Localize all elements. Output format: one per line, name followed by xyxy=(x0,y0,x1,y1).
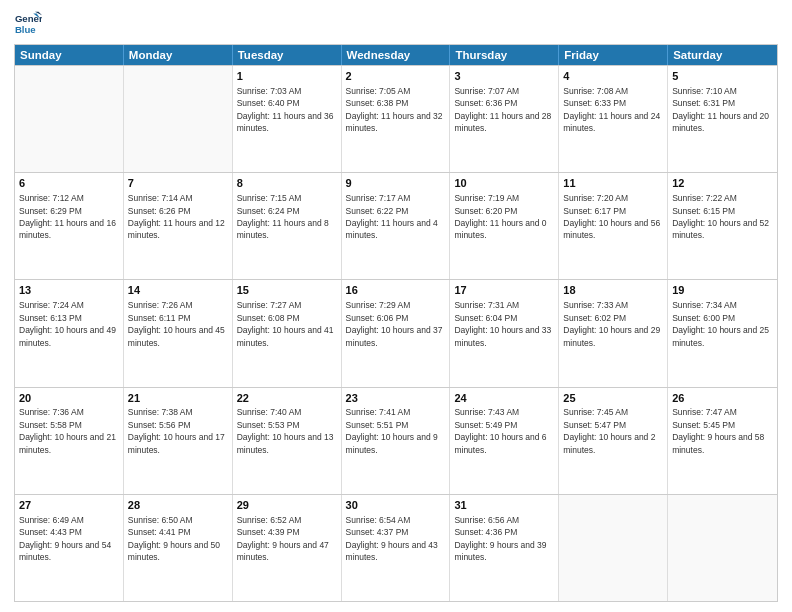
day-number: 16 xyxy=(346,283,446,298)
day-number: 22 xyxy=(237,391,337,406)
page: General Blue SundayMondayTuesdayWednesda… xyxy=(0,0,792,612)
calendar-cell: 10Sunrise: 7:19 AM Sunset: 6:20 PM Dayli… xyxy=(450,173,559,279)
day-number: 18 xyxy=(563,283,663,298)
day-number: 6 xyxy=(19,176,119,191)
calendar-week-row: 6Sunrise: 7:12 AM Sunset: 6:29 PM Daylig… xyxy=(15,172,777,279)
day-info: Sunrise: 7:34 AM Sunset: 6:00 PM Dayligh… xyxy=(672,300,769,347)
calendar-cell: 21Sunrise: 7:38 AM Sunset: 5:56 PM Dayli… xyxy=(124,388,233,494)
day-number: 24 xyxy=(454,391,554,406)
day-info: Sunrise: 6:54 AM Sunset: 4:37 PM Dayligh… xyxy=(346,515,438,562)
calendar-cell: 18Sunrise: 7:33 AM Sunset: 6:02 PM Dayli… xyxy=(559,280,668,386)
day-info: Sunrise: 7:07 AM Sunset: 6:36 PM Dayligh… xyxy=(454,86,551,133)
day-number: 27 xyxy=(19,498,119,513)
calendar-cell: 2Sunrise: 7:05 AM Sunset: 6:38 PM Daylig… xyxy=(342,66,451,172)
calendar-week-row: 27Sunrise: 6:49 AM Sunset: 4:43 PM Dayli… xyxy=(15,494,777,601)
calendar-cell: 12Sunrise: 7:22 AM Sunset: 6:15 PM Dayli… xyxy=(668,173,777,279)
calendar-week-row: 1Sunrise: 7:03 AM Sunset: 6:40 PM Daylig… xyxy=(15,65,777,172)
day-number: 26 xyxy=(672,391,773,406)
calendar-header-cell: Thursday xyxy=(450,45,559,65)
calendar-cell: 16Sunrise: 7:29 AM Sunset: 6:06 PM Dayli… xyxy=(342,280,451,386)
calendar-cell: 9Sunrise: 7:17 AM Sunset: 6:22 PM Daylig… xyxy=(342,173,451,279)
day-info: Sunrise: 7:41 AM Sunset: 5:51 PM Dayligh… xyxy=(346,407,438,454)
svg-text:General: General xyxy=(15,13,42,24)
header: General Blue xyxy=(14,10,778,38)
day-info: Sunrise: 7:45 AM Sunset: 5:47 PM Dayligh… xyxy=(563,407,655,454)
calendar-cell: 13Sunrise: 7:24 AM Sunset: 6:13 PM Dayli… xyxy=(15,280,124,386)
day-info: Sunrise: 7:33 AM Sunset: 6:02 PM Dayligh… xyxy=(563,300,660,347)
day-number: 1 xyxy=(237,69,337,84)
logo: General Blue xyxy=(14,10,42,38)
calendar-week-row: 20Sunrise: 7:36 AM Sunset: 5:58 PM Dayli… xyxy=(15,387,777,494)
calendar-cell: 28Sunrise: 6:50 AM Sunset: 4:41 PM Dayli… xyxy=(124,495,233,601)
day-number: 8 xyxy=(237,176,337,191)
day-number: 11 xyxy=(563,176,663,191)
calendar-cell: 23Sunrise: 7:41 AM Sunset: 5:51 PM Dayli… xyxy=(342,388,451,494)
calendar-header-cell: Saturday xyxy=(668,45,777,65)
calendar-cell: 17Sunrise: 7:31 AM Sunset: 6:04 PM Dayli… xyxy=(450,280,559,386)
calendar-header-row: SundayMondayTuesdayWednesdayThursdayFrid… xyxy=(15,45,777,65)
calendar-cell xyxy=(559,495,668,601)
day-info: Sunrise: 7:47 AM Sunset: 5:45 PM Dayligh… xyxy=(672,407,764,454)
day-info: Sunrise: 7:17 AM Sunset: 6:22 PM Dayligh… xyxy=(346,193,438,240)
day-info: Sunrise: 6:56 AM Sunset: 4:36 PM Dayligh… xyxy=(454,515,546,562)
calendar-cell: 4Sunrise: 7:08 AM Sunset: 6:33 PM Daylig… xyxy=(559,66,668,172)
calendar-cell xyxy=(15,66,124,172)
day-info: Sunrise: 7:31 AM Sunset: 6:04 PM Dayligh… xyxy=(454,300,551,347)
day-number: 15 xyxy=(237,283,337,298)
day-info: Sunrise: 7:19 AM Sunset: 6:20 PM Dayligh… xyxy=(454,193,546,240)
day-info: Sunrise: 7:08 AM Sunset: 6:33 PM Dayligh… xyxy=(563,86,660,133)
day-number: 17 xyxy=(454,283,554,298)
calendar-cell: 3Sunrise: 7:07 AM Sunset: 6:36 PM Daylig… xyxy=(450,66,559,172)
day-info: Sunrise: 7:26 AM Sunset: 6:11 PM Dayligh… xyxy=(128,300,225,347)
day-number: 23 xyxy=(346,391,446,406)
day-number: 12 xyxy=(672,176,773,191)
day-number: 28 xyxy=(128,498,228,513)
calendar-cell: 29Sunrise: 6:52 AM Sunset: 4:39 PM Dayli… xyxy=(233,495,342,601)
day-info: Sunrise: 7:05 AM Sunset: 6:38 PM Dayligh… xyxy=(346,86,443,133)
day-number: 10 xyxy=(454,176,554,191)
calendar-cell: 11Sunrise: 7:20 AM Sunset: 6:17 PM Dayli… xyxy=(559,173,668,279)
day-info: Sunrise: 7:20 AM Sunset: 6:17 PM Dayligh… xyxy=(563,193,660,240)
day-info: Sunrise: 6:49 AM Sunset: 4:43 PM Dayligh… xyxy=(19,515,111,562)
day-info: Sunrise: 7:40 AM Sunset: 5:53 PM Dayligh… xyxy=(237,407,334,454)
day-number: 4 xyxy=(563,69,663,84)
calendar-cell: 19Sunrise: 7:34 AM Sunset: 6:00 PM Dayli… xyxy=(668,280,777,386)
calendar-cell xyxy=(124,66,233,172)
calendar-cell: 15Sunrise: 7:27 AM Sunset: 6:08 PM Dayli… xyxy=(233,280,342,386)
day-info: Sunrise: 6:50 AM Sunset: 4:41 PM Dayligh… xyxy=(128,515,220,562)
day-info: Sunrise: 7:10 AM Sunset: 6:31 PM Dayligh… xyxy=(672,86,769,133)
day-number: 7 xyxy=(128,176,228,191)
day-info: Sunrise: 7:22 AM Sunset: 6:15 PM Dayligh… xyxy=(672,193,769,240)
day-info: Sunrise: 7:03 AM Sunset: 6:40 PM Dayligh… xyxy=(237,86,334,133)
calendar-cell: 30Sunrise: 6:54 AM Sunset: 4:37 PM Dayli… xyxy=(342,495,451,601)
day-info: Sunrise: 7:27 AM Sunset: 6:08 PM Dayligh… xyxy=(237,300,334,347)
day-number: 13 xyxy=(19,283,119,298)
calendar-header-cell: Friday xyxy=(559,45,668,65)
calendar-cell: 31Sunrise: 6:56 AM Sunset: 4:36 PM Dayli… xyxy=(450,495,559,601)
day-number: 25 xyxy=(563,391,663,406)
calendar-cell: 6Sunrise: 7:12 AM Sunset: 6:29 PM Daylig… xyxy=(15,173,124,279)
day-number: 30 xyxy=(346,498,446,513)
calendar-cell: 22Sunrise: 7:40 AM Sunset: 5:53 PM Dayli… xyxy=(233,388,342,494)
svg-text:Blue: Blue xyxy=(15,24,36,35)
day-info: Sunrise: 6:52 AM Sunset: 4:39 PM Dayligh… xyxy=(237,515,329,562)
calendar-week-row: 13Sunrise: 7:24 AM Sunset: 6:13 PM Dayli… xyxy=(15,279,777,386)
day-number: 20 xyxy=(19,391,119,406)
calendar-cell: 8Sunrise: 7:15 AM Sunset: 6:24 PM Daylig… xyxy=(233,173,342,279)
calendar-cell: 26Sunrise: 7:47 AM Sunset: 5:45 PM Dayli… xyxy=(668,388,777,494)
day-info: Sunrise: 7:38 AM Sunset: 5:56 PM Dayligh… xyxy=(128,407,225,454)
day-number: 2 xyxy=(346,69,446,84)
calendar-header-cell: Sunday xyxy=(15,45,124,65)
calendar-header-cell: Wednesday xyxy=(342,45,451,65)
calendar-cell: 27Sunrise: 6:49 AM Sunset: 4:43 PM Dayli… xyxy=(15,495,124,601)
day-number: 31 xyxy=(454,498,554,513)
day-info: Sunrise: 7:36 AM Sunset: 5:58 PM Dayligh… xyxy=(19,407,116,454)
day-number: 14 xyxy=(128,283,228,298)
calendar-body: 1Sunrise: 7:03 AM Sunset: 6:40 PM Daylig… xyxy=(15,65,777,601)
day-number: 9 xyxy=(346,176,446,191)
calendar-header-cell: Monday xyxy=(124,45,233,65)
calendar-cell xyxy=(668,495,777,601)
calendar-cell: 20Sunrise: 7:36 AM Sunset: 5:58 PM Dayli… xyxy=(15,388,124,494)
calendar-cell: 14Sunrise: 7:26 AM Sunset: 6:11 PM Dayli… xyxy=(124,280,233,386)
day-number: 5 xyxy=(672,69,773,84)
